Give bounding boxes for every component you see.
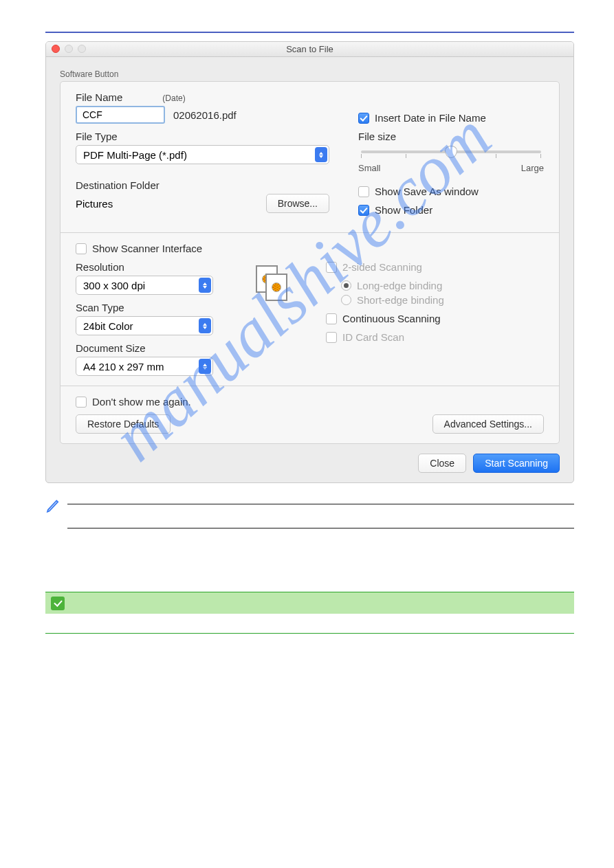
scan-type-select[interactable]: 24bit Color	[76, 316, 213, 335]
titlebar: Scan to File	[46, 42, 573, 57]
window-title: Scan to File	[286, 44, 333, 54]
file-name-input[interactable]	[76, 106, 165, 124]
dont-show-again-label: Don't show me again.	[92, 396, 191, 408]
insert-date-checkbox[interactable]	[358, 113, 369, 124]
file-type-label: File Type	[76, 131, 329, 142]
destination-folder-value: Pictures	[76, 198, 258, 210]
close-window-icon[interactable]	[52, 45, 60, 53]
id-card-scan-label: ID Card Scan	[342, 331, 404, 343]
insert-date-label: Insert Date in File Name	[375, 112, 486, 124]
related-info-banner	[45, 592, 574, 614]
document-size-label: Document Size	[76, 342, 220, 354]
check-icon	[51, 597, 65, 610]
select-arrow-icon	[315, 147, 327, 162]
select-arrow-icon	[199, 318, 211, 333]
long-edge-radio[interactable]	[341, 280, 351, 291]
file-size-slider[interactable]	[361, 151, 541, 153]
document-size-select[interactable]: A4 210 x 297 mm	[76, 357, 213, 376]
minimize-window-icon	[65, 45, 73, 53]
id-card-scan-checkbox[interactable]	[326, 332, 337, 343]
slider-large-label: Large	[521, 163, 544, 173]
long-edge-label: Long-edge binding	[357, 280, 442, 291]
file-type-value: PDF Multi-Page (*.pdf)	[83, 149, 187, 161]
select-arrow-icon	[199, 278, 211, 293]
zoom-window-icon	[78, 45, 86, 53]
browse-button[interactable]: Browse...	[266, 194, 329, 213]
settings-panel: File Name (Date) 02062016.pdf File Type …	[60, 81, 560, 444]
file-name-suffix: 02062016.pdf	[173, 109, 237, 121]
continuous-scanning-label: Continuous Scanning	[342, 313, 441, 324]
dialog-window: Scan to File Software Button File Name (…	[45, 41, 574, 483]
date-label: (Date)	[162, 93, 185, 103]
start-scanning-button[interactable]: Start Scanning	[473, 454, 560, 473]
two-sided-label: 2-sided Scanning	[342, 261, 422, 273]
short-edge-radio[interactable]	[341, 295, 351, 305]
file-type-select[interactable]: PDF Multi-Page (*.pdf)	[76, 145, 329, 164]
show-save-as-checkbox[interactable]	[358, 186, 369, 197]
resolution-value: 300 x 300 dpi	[83, 280, 145, 291]
file-size-label: File size	[358, 131, 544, 142]
restore-defaults-button[interactable]: Restore Defaults	[76, 414, 171, 434]
select-arrow-icon	[199, 359, 211, 374]
tab-software-button[interactable]: Software Button	[60, 69, 560, 79]
preview-thumbnails-icon	[256, 265, 290, 304]
slider-small-label: Small	[358, 163, 381, 173]
advanced-settings-button[interactable]: Advanced Settings...	[432, 414, 544, 434]
show-scanner-interface-label: Show Scanner Interface	[92, 243, 202, 254]
document-size-value: A4 210 x 297 mm	[83, 361, 164, 372]
close-button[interactable]: Close	[418, 454, 466, 473]
destination-folder-label: Destination Folder	[76, 179, 329, 191]
resolution-select[interactable]: 300 x 300 dpi	[76, 276, 213, 295]
file-name-label: File Name	[76, 91, 122, 103]
show-save-as-label: Show Save As window	[375, 186, 479, 197]
show-scanner-interface-checkbox[interactable]	[76, 243, 87, 254]
pencil-icon	[45, 498, 61, 514]
scan-type-label: Scan Type	[76, 302, 220, 313]
resolution-label: Resolution	[76, 261, 220, 273]
two-sided-checkbox[interactable]	[326, 262, 337, 273]
scan-type-value: 24bit Color	[83, 320, 133, 332]
dont-show-again-checkbox[interactable]	[76, 397, 87, 408]
continuous-scanning-checkbox[interactable]	[326, 313, 337, 324]
show-folder-checkbox[interactable]	[358, 205, 369, 216]
show-folder-label: Show Folder	[375, 204, 432, 216]
short-edge-label: Short-edge binding	[357, 294, 444, 306]
